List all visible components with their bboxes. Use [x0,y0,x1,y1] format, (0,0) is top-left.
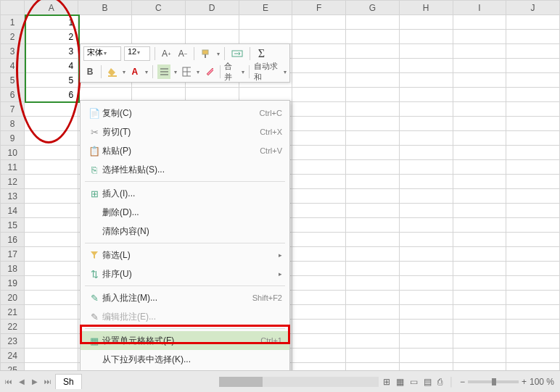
cell-A25[interactable] [25,363,78,371]
zoom-slider[interactable] [468,380,519,383]
row-header-17[interactable]: 17 [1,247,25,262]
cell-J10[interactable] [506,146,560,160]
menu-filter[interactable]: 筛选(L)▸ [81,246,289,264]
cell-A21[interactable] [25,305,78,320]
borders-icon[interactable] [180,64,193,79]
cell-F23[interactable] [292,334,346,349]
column-header-A[interactable]: A [25,1,78,15]
cell-G17[interactable] [345,247,399,262]
row-header-12[interactable]: 12 [1,175,25,189]
cell-A19[interactable] [25,276,78,291]
cell-H20[interactable] [399,291,453,305]
cell-I23[interactable] [453,334,506,349]
cell-I4[interactable] [453,59,506,73]
cell-J9[interactable] [506,131,560,146]
cell-I7[interactable] [453,102,506,117]
cell-J1[interactable] [506,15,560,30]
tab-nav-last[interactable]: ⏭ [42,376,54,388]
cell-G4[interactable] [345,59,399,73]
view-break-icon[interactable]: ▭ [410,377,418,387]
cell-H12[interactable] [399,175,453,189]
row-header-16[interactable]: 16 [1,233,25,247]
cell-I14[interactable] [453,204,506,218]
cell-G13[interactable] [345,189,399,204]
cell-G25[interactable] [345,363,399,371]
row-header-22[interactable]: 22 [1,320,25,334]
menu-sort[interactable]: ⇅排序(U)▸ [81,264,289,283]
sheet-tab[interactable]: Sh [55,374,82,389]
cell-G8[interactable] [345,117,399,131]
cell-F3[interactable] [292,44,346,59]
cell-D1[interactable] [185,15,239,30]
cell-J24[interactable] [506,349,560,363]
menu-insert[interactable]: ⊞插入(I)... [81,184,289,203]
cell-F24[interactable] [292,349,346,363]
cell-H4[interactable] [399,59,453,73]
autosum-icon[interactable]: Σ [255,46,268,61]
cell-I12[interactable] [453,175,506,189]
print-icon[interactable]: ⎙ [437,377,442,387]
cell-H8[interactable] [399,117,453,131]
row-header-21[interactable]: 21 [1,305,25,320]
cell-A14[interactable] [25,204,78,218]
cell-I25[interactable] [453,363,506,371]
cell-H10[interactable] [399,146,453,160]
align-icon[interactable] [157,64,170,79]
horizontal-scrollbar[interactable] [219,377,379,387]
cell-G10[interactable] [345,146,399,160]
menu-paste[interactable]: 📋粘贴(P)Ctrl+V [81,141,289,160]
view-normal-icon[interactable]: ⊞ [383,377,390,387]
cell-A16[interactable] [25,233,78,247]
menu-format-cells[interactable]: ▦设置单元格格式(F)...Ctrl+1 [81,331,289,350]
cell-F5[interactable] [292,73,346,88]
view-page-icon[interactable]: ▦ [396,377,404,387]
cell-I24[interactable] [453,349,506,363]
row-header-23[interactable]: 23 [1,334,25,349]
row-header-11[interactable]: 11 [1,160,25,175]
tab-nav-first[interactable]: ⏮ [3,376,15,388]
cell-I15[interactable] [453,218,506,233]
cell-A20[interactable] [25,291,78,305]
menu-paste-special[interactable]: ⎘选择性粘贴(S)... [81,160,289,179]
cell-H22[interactable] [399,320,453,334]
cell-A5[interactable]: 5 [25,73,78,88]
cell-H2[interactable] [399,30,453,44]
cell-G1[interactable] [345,15,399,30]
cell-F18[interactable] [292,262,346,276]
tab-nav-next[interactable]: ▶ [29,376,41,388]
select-all-corner[interactable] [1,1,25,15]
cell-F8[interactable] [292,117,346,131]
cell-I22[interactable] [453,320,506,334]
cell-J11[interactable] [506,160,560,175]
cell-J8[interactable] [506,117,560,131]
cell-H5[interactable] [399,73,453,88]
cell-H21[interactable] [399,305,453,320]
column-header-J[interactable]: J [506,1,560,15]
cell-G11[interactable] [345,160,399,175]
cell-J17[interactable] [506,247,560,262]
cell-F6[interactable] [292,88,346,102]
row-header-8[interactable]: 8 [1,117,25,131]
row-header-14[interactable]: 14 [1,204,25,218]
cell-F15[interactable] [292,218,346,233]
cell-J5[interactable] [506,73,560,88]
cell-I13[interactable] [453,189,506,204]
cell-J25[interactable] [506,363,560,371]
cell-A6[interactable]: 6 [25,88,78,102]
cell-G19[interactable] [345,276,399,291]
row-header-19[interactable]: 19 [1,276,25,291]
zoom-value[interactable]: 100 % [530,377,554,387]
cell-J16[interactable] [506,233,560,247]
cell-G2[interactable] [345,30,399,44]
cell-H19[interactable] [399,276,453,291]
cell-J3[interactable] [506,44,560,59]
cell-H9[interactable] [399,131,453,146]
bold-button[interactable]: B [83,64,96,79]
row-header-15[interactable]: 15 [1,218,25,233]
column-header-I[interactable]: I [453,1,506,15]
cell-H24[interactable] [399,349,453,363]
column-header-B[interactable]: B [78,1,132,15]
cell-C1[interactable] [131,15,185,30]
cell-I5[interactable] [453,73,506,88]
cell-I6[interactable] [453,88,506,102]
